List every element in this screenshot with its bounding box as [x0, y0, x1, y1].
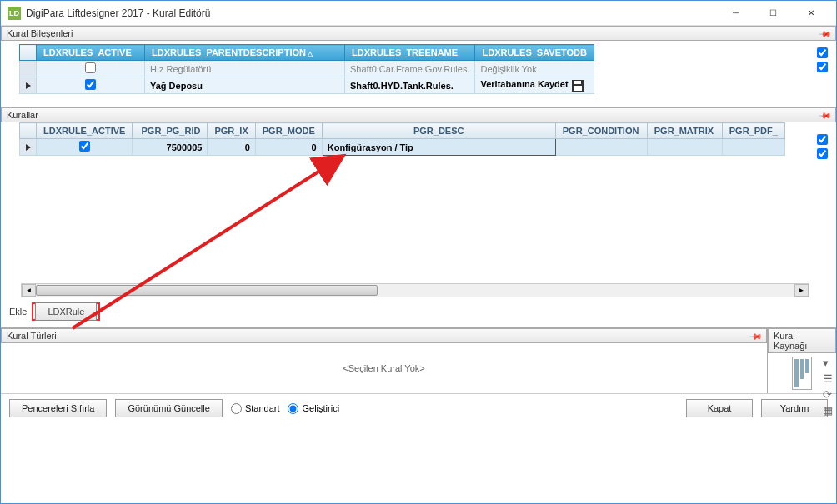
panel-source-title: Kural Kaynağı	[774, 331, 830, 351]
no-rule-selected-text: <Seçilen Kural Yok>	[343, 363, 424, 373]
col-active[interactable]: LDXRULES_ACTIVE	[37, 45, 145, 61]
cell-pgr-ix: 0	[208, 139, 255, 156]
row-selector[interactable]	[20, 77, 37, 94]
cell-savetodb: Değişiklik Yok	[475, 61, 594, 77]
table-row[interactable]: Yağ Deposu Shaft0.HYD.Tank.Rules. Verita…	[20, 77, 594, 94]
panel-toggle-checkbox[interactable]	[817, 134, 828, 145]
rules-grid[interactable]: LDXRULE_ACTIVE PGR_PG_RID PGR_IX PGR_MOD…	[19, 122, 785, 156]
source-thumb[interactable]	[792, 357, 812, 390]
panel-types-header: Kural Türleri 📌	[1, 328, 767, 343]
bottom-panels: Kural Türleri 📌 <Seçilen Kural Yok> Kura…	[1, 327, 836, 393]
ldxrule-button[interactable]: LDXRule	[35, 302, 97, 321]
panel-toggle-checkbox[interactable]	[817, 148, 828, 159]
scroll-thumb[interactable]	[36, 285, 378, 296]
help-button[interactable]: Yardım	[761, 399, 828, 417]
scroll-left-arrow[interactable]: ◄	[22, 284, 36, 297]
row-indicator-icon	[26, 82, 31, 89]
filter-icon[interactable]: ▾	[823, 357, 833, 369]
panel-source-body: ▾ ☰ ⟳ ▦	[768, 353, 836, 393]
active-checkbox[interactable]	[85, 62, 96, 73]
cell-treename: Shaft0.HYD.Tank.Rules.	[345, 77, 475, 94]
col-savetodb[interactable]: LDXRULES_SAVETODB	[475, 45, 594, 61]
add-row: Ekle LDXRule	[3, 297, 834, 327]
list-icon[interactable]: ☰	[823, 372, 833, 385]
cell-pgr-condition	[555, 139, 647, 156]
row-selector[interactable]	[20, 61, 37, 77]
col-pgr-ix[interactable]: PGR_IX	[208, 123, 255, 139]
col-parent-desc[interactable]: LDXRULES_PARENTDESCRIPTION	[145, 45, 345, 61]
footer: Pencereleri Sıfırla Görünümü Güncelle St…	[1, 393, 836, 422]
minimize-button[interactable]: ─	[717, 1, 754, 26]
horizontal-scrollbar[interactable]: ◄ ►	[21, 283, 809, 297]
cell-treename: Shaft0.Car.Frame.Gov.Rules.	[345, 61, 475, 77]
scroll-track[interactable]	[36, 284, 794, 297]
app-icon: LD	[8, 7, 21, 20]
window-title: DigiPara Liftdesigner 2017 - Kural Editö…	[26, 7, 717, 19]
cell-pgr-matrix	[647, 139, 722, 156]
cell-pgr-pdf	[722, 139, 784, 156]
active-checkbox[interactable]	[85, 79, 96, 90]
panel-components-body: LDXRULES_ACTIVE LDXRULES_PARENTDESCRIPTI…	[1, 41, 836, 96]
panel-source: Kural Kaynağı ▾ ☰ ⟳ ▦	[768, 328, 836, 393]
cell-parent-desc: Hız Regülatörü	[145, 61, 345, 77]
pin-icon[interactable]: 📌	[819, 108, 832, 122]
col-pg-rid[interactable]: PGR_PG_RID	[133, 123, 208, 139]
titlebar: LD DigiPara Liftdesigner 2017 - Kural Ed…	[1, 1, 836, 26]
reset-windows-button[interactable]: Pencereleri Sıfırla	[9, 399, 107, 417]
components-grid[interactable]: LDXRULES_ACTIVE LDXRULES_PARENTDESCRIPTI…	[19, 44, 594, 94]
col-treename[interactable]: LDXRULES_TREENAME	[345, 45, 475, 61]
table-row[interactable]: 7500005 0 0 Konfigürasyon / Tip	[20, 139, 785, 156]
pin-icon[interactable]: 📌	[819, 27, 832, 40]
cell-pg-rid: 7500005	[133, 139, 208, 156]
add-label: Ekle	[9, 307, 27, 317]
col-pgr-matrix[interactable]: PGR_MATRIX	[647, 123, 722, 139]
ldxrule-button-highlight: LDXRule	[32, 302, 100, 321]
mode-standard-radio[interactable]: Standart	[231, 403, 280, 414]
source-toolbar: ▾ ☰ ⟳ ▦	[823, 357, 833, 417]
refresh-icon[interactable]: ⟳	[823, 388, 833, 401]
radio-developer-label: Geliştirici	[302, 403, 339, 413]
panel-types: Kural Türleri 📌 <Seçilen Kural Yok>	[1, 328, 768, 393]
panel-source-header: Kural Kaynağı	[768, 328, 836, 353]
radio-developer[interactable]	[288, 403, 298, 414]
panel-rules-title: Kurallar	[7, 110, 38, 120]
rowhead-blank	[20, 45, 37, 61]
save-icon[interactable]	[572, 80, 584, 92]
table-row[interactable]: Hız Regülatörü Shaft0.Car.Frame.Gov.Rule…	[20, 61, 594, 77]
col-pgr-condition[interactable]: PGR_CONDITION	[555, 123, 647, 139]
mode-developer-radio[interactable]: Geliştirici	[288, 403, 339, 414]
tool-icon[interactable]: ▦	[823, 404, 833, 417]
col-pgr-desc[interactable]: PGR_DESC	[322, 123, 555, 139]
cell-pgr-desc[interactable]: Konfigürasyon / Tip	[322, 139, 555, 156]
radio-standard-label: Standart	[245, 403, 280, 413]
cell-parent-desc: Yağ Deposu	[145, 77, 345, 94]
side-check-group	[817, 47, 828, 72]
maximize-button[interactable]: ☐	[754, 1, 792, 26]
close-dialog-button[interactable]: Kapat	[686, 399, 753, 417]
panel-toggle-checkbox[interactable]	[817, 62, 828, 72]
row-selector[interactable]	[20, 139, 37, 156]
panel-components-title: Kural Bileşenleri	[7, 28, 73, 38]
scroll-right-arrow[interactable]: ►	[794, 284, 809, 297]
row-indicator-icon	[26, 144, 31, 151]
panel-types-title: Kural Türleri	[7, 331, 57, 341]
panel-rules-body: LDXRULE_ACTIVE PGR_PG_RID PGR_IX PGR_MOD…	[1, 122, 836, 327]
panel-rules-header: Kurallar 📌	[1, 107, 836, 122]
col-pgr-pdf[interactable]: PGR_PDF_	[722, 123, 784, 139]
radio-standard[interactable]	[231, 403, 242, 414]
col-rule-active[interactable]: LDXRULE_ACTIVE	[37, 123, 133, 139]
panel-toggle-checkbox[interactable]	[817, 47, 828, 58]
cell-pgr-mode: 0	[255, 139, 322, 156]
cell-savetodb: Veritabanına Kaydet	[475, 77, 594, 94]
side-check-group	[817, 134, 828, 159]
close-button[interactable]: ✕	[792, 1, 829, 26]
panel-types-body: <Seçilen Kural Yok>	[1, 343, 767, 393]
col-pgr-mode[interactable]: PGR_MODE	[255, 123, 322, 139]
rule-active-checkbox[interactable]	[79, 141, 90, 152]
panel-components-header: Kural Bileşenleri 📌	[1, 26, 836, 41]
rowhead-blank	[20, 123, 37, 139]
refresh-view-button[interactable]: Görünümü Güncelle	[115, 399, 222, 417]
pin-icon[interactable]: 📌	[749, 329, 763, 342]
